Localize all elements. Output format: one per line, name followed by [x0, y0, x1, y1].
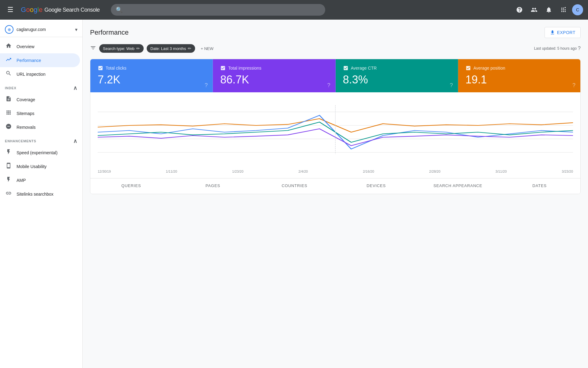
- speed-icon: [5, 149, 12, 156]
- search-type-edit-icon: ✏: [136, 46, 140, 51]
- chart-date-4: 2/16/20: [363, 170, 374, 173]
- chart-area: 12/30/19 1/11/20 1/23/20 2/4/20 2/16/20 …: [90, 92, 580, 178]
- property-name: caglarugur.com: [17, 27, 72, 32]
- overview-icon: [5, 43, 12, 50]
- removals-icon: [5, 123, 12, 131]
- search-type-filter[interactable]: Search type: Web ✏: [99, 44, 144, 53]
- add-filter-button[interactable]: + NEW: [198, 44, 216, 53]
- sitemaps-icon: [5, 109, 12, 117]
- total-impressions-help-icon[interactable]: ?: [327, 82, 330, 89]
- apps-icon[interactable]: [557, 4, 570, 16]
- add-filter-label: + NEW: [201, 46, 213, 51]
- search-type-label: Search type: Web: [103, 46, 134, 51]
- date-filter[interactable]: Date: Last 3 months ✏: [147, 44, 195, 53]
- filter-icon[interactable]: [90, 45, 96, 52]
- total-clicks-value: 7.2K: [98, 73, 205, 86]
- amp-icon: [5, 176, 12, 184]
- avatar[interactable]: C: [572, 4, 583, 15]
- chart-date-0: 12/30/19: [98, 170, 111, 173]
- sidebar-item-label-coverage: Coverage: [17, 97, 35, 102]
- tab-queries[interactable]: QUERIES: [90, 178, 172, 194]
- url-inspection-icon: [5, 70, 12, 78]
- sidebar-item-coverage[interactable]: Coverage: [0, 93, 80, 106]
- performance-chart: [98, 98, 573, 166]
- accounts-icon[interactable]: [528, 4, 540, 16]
- google-wordmark: Google: [21, 6, 43, 14]
- metric-tile-average-position[interactable]: Average position 19.1 ?: [458, 59, 580, 92]
- sidebar-item-label-sitelinks: Sitelinks searchbox: [17, 192, 54, 197]
- url-inspect-search[interactable]: 🔍: [111, 4, 325, 16]
- sidebar: ⊕ caglarugur.com ▾ Overview Performance …: [0, 20, 83, 368]
- average-ctr-label: Average CTR: [351, 66, 377, 71]
- section-index: Index ∧: [0, 81, 82, 93]
- section-enhancements: Enhancements ∧: [0, 134, 82, 146]
- menu-icon[interactable]: ☰: [5, 3, 16, 16]
- chart-date-5: 2/28/20: [429, 170, 440, 173]
- total-impressions-label: Total impressions: [228, 66, 261, 71]
- sidebar-item-url-inspection[interactable]: URL inspection: [0, 67, 80, 81]
- search-input[interactable]: [126, 7, 320, 12]
- tab-devices[interactable]: DEVICES: [335, 178, 417, 194]
- tab-dates[interactable]: DATES: [499, 178, 580, 194]
- sidebar-item-sitelinks-searchbox[interactable]: Sitelinks searchbox: [0, 187, 80, 201]
- download-icon: [550, 30, 555, 35]
- performance-card: Total clicks 7.2K ? Total impressions 86…: [90, 59, 581, 194]
- sidebar-item-sitemaps[interactable]: Sitemaps: [0, 106, 80, 120]
- metric-tile-total-impressions[interactable]: Total impressions 86.7K ?: [213, 59, 335, 92]
- last-updated: Last updated: 5 hours ago ?: [534, 46, 581, 51]
- metric-tile-average-ctr[interactable]: Average CTR 8.3% ?: [336, 59, 458, 92]
- app-logo[interactable]: Google Google Search Console: [21, 6, 100, 14]
- metric-tiles: Total clicks 7.2K ? Total impressions 86…: [90, 59, 580, 92]
- chart-date-2: 1/23/20: [232, 170, 243, 173]
- tab-pages[interactable]: PAGES: [172, 178, 254, 194]
- sidebar-item-label-url-inspection: URL inspection: [17, 72, 45, 77]
- sidebar-item-label-sitemaps: Sitemaps: [17, 111, 34, 116]
- sidebar-item-label-overview: Overview: [17, 44, 34, 49]
- tab-search-appearance[interactable]: SEARCH APPEARANCE: [417, 178, 499, 194]
- sidebar-item-amp[interactable]: AMP: [0, 173, 80, 187]
- property-icon: ⊕: [5, 25, 13, 34]
- sidebar-item-label-performance: Performance: [17, 58, 41, 63]
- sidebar-item-mobile-usability[interactable]: Mobile Usability: [0, 159, 80, 173]
- page-title: Performance: [90, 29, 129, 36]
- checkbox-orange-icon: [466, 65, 471, 71]
- date-edit-icon: ✏: [188, 46, 191, 51]
- chart-date-7: 3/23/20: [562, 170, 573, 173]
- sidebar-item-removals[interactable]: Removals: [0, 120, 80, 134]
- nav-actions: C: [513, 4, 583, 16]
- sidebar-item-speed[interactable]: Speed (experimental): [0, 146, 80, 159]
- property-selector[interactable]: ⊕ caglarugur.com ▾: [0, 22, 82, 37]
- export-button[interactable]: EXPORT: [545, 27, 581, 38]
- sidebar-item-label-speed: Speed (experimental): [17, 150, 58, 155]
- filters-row: Search type: Web ✏ Date: Last 3 months ✏…: [90, 44, 581, 53]
- sidebar-item-label-amp: AMP: [17, 178, 26, 183]
- tabs-row: QUERIES PAGES COUNTRIES DEVICES SEARCH A…: [90, 178, 580, 194]
- sitelinks-icon: [5, 190, 12, 198]
- checkbox-blue-icon: [98, 65, 103, 71]
- sidebar-item-label-mobile: Mobile Usability: [17, 164, 47, 169]
- average-ctr-help-icon[interactable]: ?: [450, 82, 453, 89]
- notifications-icon[interactable]: [543, 4, 555, 16]
- coverage-icon: [5, 96, 12, 103]
- sidebar-item-overview[interactable]: Overview: [0, 40, 80, 53]
- index-collapse-icon[interactable]: ∧: [73, 85, 77, 91]
- sidebar-item-performance[interactable]: Performance: [0, 53, 80, 67]
- property-dropdown-arrow: ▾: [75, 27, 77, 33]
- chart-dates: 12/30/19 1/11/20 1/23/20 2/4/20 2/16/20 …: [98, 167, 573, 173]
- checkbox-teal-icon: [343, 65, 349, 71]
- enhancements-collapse-icon[interactable]: ∧: [73, 138, 77, 144]
- metric-tile-total-clicks[interactable]: Total clicks 7.2K ?: [90, 59, 213, 92]
- top-nav: ☰ Google Google Search Console 🔍 C: [0, 0, 588, 20]
- app-body: ⊕ caglarugur.com ▾ Overview Performance …: [0, 20, 588, 368]
- last-updated-help-icon[interactable]: ?: [578, 46, 581, 51]
- total-clicks-label: Total clicks: [106, 66, 126, 71]
- tab-countries[interactable]: COUNTRIES: [254, 178, 335, 194]
- average-position-help-icon[interactable]: ?: [572, 82, 575, 89]
- performance-icon: [5, 56, 12, 64]
- help-icon[interactable]: [513, 4, 526, 16]
- total-clicks-help-icon[interactable]: ?: [205, 82, 208, 89]
- date-label: Date: Last 3 months: [150, 46, 186, 51]
- average-position-label: Average position: [473, 66, 505, 71]
- search-icon: 🔍: [116, 6, 123, 13]
- chart-date-3: 2/4/20: [299, 170, 308, 173]
